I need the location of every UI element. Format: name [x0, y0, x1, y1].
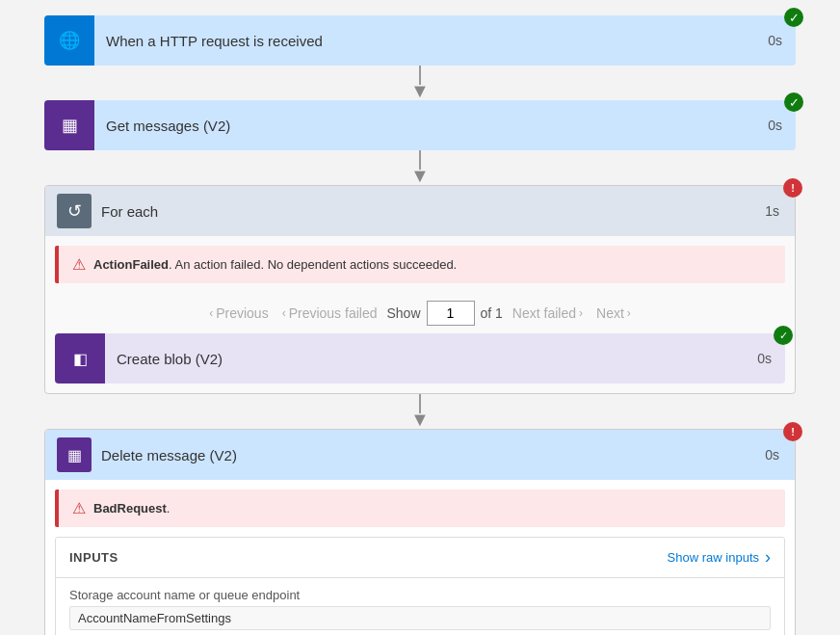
- next-chevron-icon: ›: [627, 306, 631, 320]
- globe-icon: 🌐: [59, 30, 80, 51]
- create-blob-status-badge: ✓: [774, 326, 793, 345]
- show-label: Show: [386, 305, 420, 321]
- message-icon: ▦: [67, 446, 82, 464]
- get-messages-label: Get messages (V2): [94, 118, 754, 134]
- create-blob-icon-box: ◧: [55, 333, 105, 384]
- foreach-status-badge: !: [783, 178, 802, 198]
- next-failed-button[interactable]: Next failed ›: [509, 304, 587, 323]
- next-failed-chevron-icon: ›: [579, 306, 583, 320]
- http-request-label: When a HTTP request is received: [94, 33, 754, 49]
- arrow-1: ▼: [410, 66, 430, 100]
- pagination-bar: ‹ Previous ‹ Previous failed Show of 1 N…: [45, 293, 795, 333]
- delete-message-header[interactable]: ▦ Delete message (V2) 0s !: [45, 430, 795, 480]
- inner-actions: ◧ Create blob (V2) 0s ✓: [45, 333, 795, 393]
- create-blob-label: Create blob (V2): [105, 351, 744, 367]
- next-failed-button-label: Next failed: [512, 305, 576, 321]
- http-request-duration: 0s: [754, 33, 796, 48]
- foreach-error-text: ActionFailed. An action failed. No depen…: [93, 257, 457, 272]
- get-messages-block[interactable]: ▦ Get messages (V2) 0s ✓: [44, 100, 796, 150]
- delete-message-duration: 0s: [765, 447, 783, 463]
- foreach-label: For each: [101, 203, 765, 220]
- grid-icon: ▦: [62, 115, 78, 136]
- next-button-label: Next: [596, 305, 624, 321]
- prev-button[interactable]: ‹ Previous: [205, 304, 272, 323]
- delete-error-icon: !: [791, 426, 795, 437]
- foreach-container: ↺ For each 1s ! ⚠ ActionFailed. An actio…: [44, 185, 796, 394]
- inputs-body: Storage account name or queue endpoint A…: [56, 578, 784, 635]
- show-raw-arrow-icon: ›: [765, 547, 771, 568]
- delete-message-status-badge: !: [783, 422, 802, 441]
- foreach-icon: ↺: [67, 200, 82, 222]
- prev-failed-chevron-icon: ‹: [282, 306, 286, 320]
- foreach-duration: 1s: [765, 203, 783, 219]
- delete-error-banner: ⚠ BadRequest.: [55, 489, 785, 527]
- inputs-section: INPUTS Show raw inputs › Storage account…: [55, 537, 785, 635]
- storage-field-value: AccountNameFromSettings: [69, 606, 771, 630]
- prev-button-label: Previous: [216, 305, 268, 321]
- success-check-icon: ✓: [789, 11, 800, 25]
- get-messages-status-badge: ✓: [784, 93, 803, 112]
- blob-icon: ◧: [73, 350, 88, 368]
- error-icon: !: [791, 182, 795, 194]
- foreach-icon-box: ↺: [57, 194, 92, 228]
- create-blob-block[interactable]: ◧ Create blob (V2) 0s ✓: [55, 333, 785, 384]
- arrow-3: ▼: [410, 394, 430, 429]
- http-request-block[interactable]: 🌐 When a HTTP request is received 0s ✓: [44, 15, 796, 66]
- create-blob-duration: 0s: [744, 351, 785, 366]
- foreach-header[interactable]: ↺ For each 1s !: [45, 186, 795, 236]
- delete-message-label: Delete message (V2): [101, 447, 765, 463]
- delete-message-icon-box: ▦: [57, 437, 92, 472]
- warning-icon: ⚠: [72, 255, 86, 274]
- of-label: of 1: [481, 305, 503, 321]
- show-raw-label: Show raw inputs: [668, 550, 759, 565]
- next-button[interactable]: Next ›: [592, 304, 635, 323]
- inputs-label: INPUTS: [69, 550, 118, 565]
- delete-warning-icon: ⚠: [72, 499, 86, 517]
- storage-field-label: Storage account name or queue endpoint: [69, 588, 771, 602]
- success-check-icon-2: ✓: [789, 95, 800, 110]
- http-request-icon-box: 🌐: [44, 15, 94, 66]
- http-request-status-badge: ✓: [784, 8, 803, 27]
- inputs-header: INPUTS Show raw inputs ›: [56, 538, 784, 578]
- get-messages-icon-box: ▦: [44, 100, 94, 150]
- arrow-2: ▼: [410, 150, 430, 185]
- delete-message-container: ▦ Delete message (V2) 0s ! ⚠ BadRequest.…: [44, 429, 796, 635]
- prev-failed-button[interactable]: ‹ Previous failed: [278, 304, 381, 323]
- show-raw-inputs-button[interactable]: Show raw inputs ›: [668, 547, 771, 568]
- page-input[interactable]: [427, 301, 475, 326]
- delete-error-text: BadRequest.: [93, 501, 170, 516]
- delete-error-strong: BadRequest: [93, 501, 167, 516]
- prev-failed-button-label: Previous failed: [289, 305, 378, 321]
- prev-chevron-icon: ‹: [209, 306, 213, 320]
- foreach-error-banner: ⚠ ActionFailed. An action failed. No dep…: [55, 246, 785, 283]
- get-messages-duration: 0s: [754, 118, 796, 133]
- blob-success-icon: ✓: [779, 330, 788, 342]
